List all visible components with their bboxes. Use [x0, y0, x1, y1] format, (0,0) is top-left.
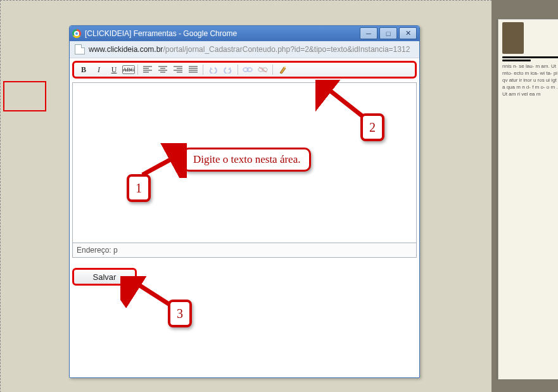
annotation-marker-1: 1: [127, 174, 151, 202]
svg-point-21: [284, 66, 286, 68]
save-button[interactable]: Salvar: [72, 268, 137, 286]
align-justify-button[interactable]: [186, 64, 200, 75]
align-center-button[interactable]: [156, 64, 170, 75]
strikethrough-button[interactable]: ABC: [122, 65, 135, 74]
close-button[interactable]: ✕: [399, 27, 417, 39]
align-right-button[interactable]: [171, 64, 185, 75]
annotation-hint-bubble: Digite o texto nesta área.: [182, 148, 311, 172]
url-host: www.clickideia.com.br: [89, 45, 163, 54]
chrome-popup-window: [CLICKIDEIA] Ferramentas - Google Chrome…: [69, 25, 420, 378]
redo-button[interactable]: [221, 64, 235, 75]
address-bar[interactable]: www.clickideia.com.br/portal/jornal_Cada…: [70, 41, 419, 58]
url-path: /portal/jornal_CadastrarConteudo.php?id=…: [163, 45, 410, 54]
svg-point-17: [247, 68, 252, 72]
minimize-button[interactable]: ─: [360, 27, 377, 39]
link-button[interactable]: [241, 64, 255, 75]
clear-format-button[interactable]: [276, 64, 289, 75]
align-left-button[interactable]: [141, 64, 155, 75]
window-title: [CLICKIDEIA] Ferramentas - Google Chrome: [85, 29, 237, 38]
unlink-button[interactable]: [256, 64, 270, 75]
window-titlebar: [CLICKIDEIA] Ferramentas - Google Chrome…: [70, 26, 419, 41]
status-path: Endereço: p: [77, 246, 118, 255]
newspaper-stack: nnis n- se lau- m am. Ut mto- ecto m ica…: [491, 0, 558, 392]
editor-status-bar: Endereço: p: [72, 243, 417, 258]
page-icon: [75, 44, 85, 54]
underline-button[interactable]: U: [107, 64, 121, 75]
undo-button[interactable]: [206, 64, 220, 75]
maximize-button[interactable]: □: [379, 27, 397, 39]
editor-toolbar: B I U ABC: [72, 61, 417, 79]
chrome-icon: [72, 29, 81, 38]
bold-button[interactable]: B: [77, 64, 91, 75]
annotation-marker-2: 2: [360, 113, 384, 141]
selection-marker: [3, 81, 46, 111]
italic-button[interactable]: I: [92, 64, 106, 75]
annotation-marker-3: 3: [168, 300, 192, 327]
